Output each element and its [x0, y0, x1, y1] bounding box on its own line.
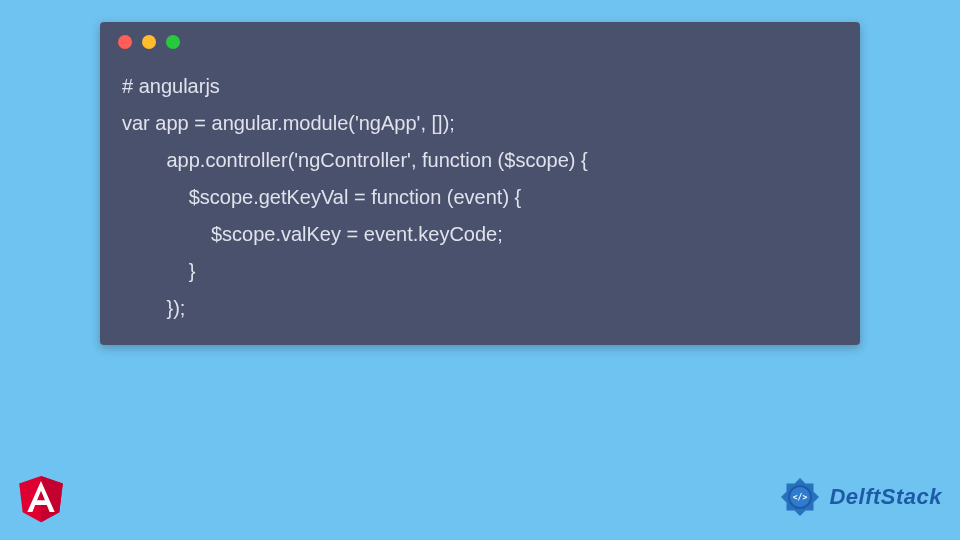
- code-window: # angularjs var app = angular.module('ng…: [100, 22, 860, 345]
- delftstack-logo: </> DelftStack: [775, 472, 942, 522]
- window-titlebar: [100, 22, 860, 62]
- svg-marker-1: [41, 476, 63, 522]
- minimize-icon: [142, 35, 156, 49]
- angular-logo-icon: [12, 468, 70, 528]
- maximize-icon: [166, 35, 180, 49]
- delftstack-label: DelftStack: [829, 484, 942, 510]
- svg-text:</>: </>: [793, 493, 808, 502]
- delftstack-badge-icon: </>: [775, 472, 825, 522]
- code-block: # angularjs var app = angular.module('ng…: [100, 62, 860, 327]
- close-icon: [118, 35, 132, 49]
